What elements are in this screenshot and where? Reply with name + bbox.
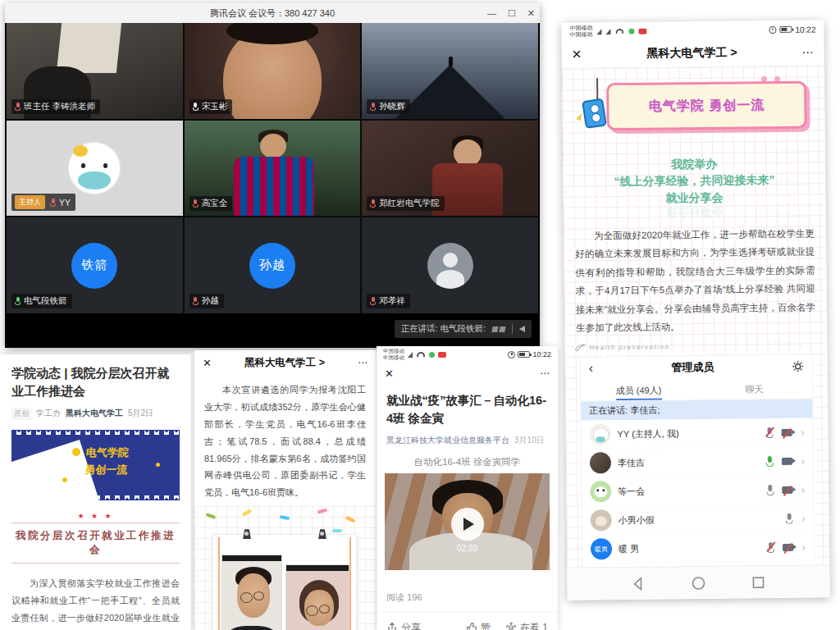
- mic-icon[interactable]: [786, 514, 793, 524]
- account-link[interactable]: 黑科大电气学工: [66, 408, 123, 419]
- video-grid: 班主任 李铸洪老师 宋玉彬 孙晓辉 主持人: [7, 23, 538, 313]
- back-nav-icon[interactable]: [631, 576, 646, 591]
- participant-name: 孙越: [202, 295, 219, 307]
- article-paragraph: 为深入贯彻落实学校就业工作推进会议精神和就业工作“一把手工程”、全员就业责任制，…: [11, 575, 180, 630]
- chevron-right-icon[interactable]: ›: [801, 541, 806, 553]
- mic-icon[interactable]: [767, 485, 774, 495]
- gear-icon[interactable]: [792, 361, 804, 372]
- participant-name: 孙晓辉: [379, 101, 405, 112]
- article-card-left: 学院动态 | 我院分层次召开就业工作推进会 原创 学工办 黑科大电气学工 5月2…: [0, 354, 191, 630]
- avatar: 暖男: [591, 539, 612, 560]
- signal-icon: [605, 29, 610, 34]
- camera-icon[interactable]: [782, 458, 792, 465]
- mic-muted-icon: [193, 297, 199, 305]
- member-row[interactable]: YY (主持人, 我) ›: [581, 418, 812, 450]
- member-row[interactable]: 等一会 ›: [582, 476, 813, 507]
- alarm-icon: [508, 351, 515, 358]
- phone-screenshot-article: 中国移动 中国移动 10:22 ✕ 黑科大电气学工 > ⋯ 电气学院 勇创一流: [561, 20, 829, 600]
- member-row[interactable]: 小男小假 ›: [582, 504, 814, 536]
- mic-muted-icon[interactable]: [767, 542, 774, 553]
- maximize-button[interactable]: ☐: [508, 8, 516, 19]
- mic-muted-icon[interactable]: [766, 427, 774, 438]
- more-icon[interactable]: ⋯: [540, 368, 550, 379]
- meeting-titlebar[interactable]: 腾讯会议 会议号：380 427 340: [5, 3, 540, 23]
- photo-frame: [212, 534, 357, 630]
- member-row[interactable]: 暖男 暖 男 ›: [582, 533, 814, 564]
- recents-nav-icon[interactable]: [751, 575, 766, 590]
- member-row[interactable]: 李佳吉 ›: [582, 447, 813, 478]
- more-icon[interactable]: ⋯: [358, 357, 368, 368]
- confetti: [345, 516, 356, 523]
- selfie-photo-female: [285, 564, 349, 630]
- close-icon[interactable]: ✕: [572, 47, 582, 62]
- wow-icon[interactable]: [505, 622, 517, 630]
- caption-text: Health preservation: [589, 343, 669, 351]
- video-tile[interactable]: 郑红岩电气学院: [362, 121, 538, 217]
- participant-label: 孙晓辉: [367, 99, 410, 114]
- participant-name: 邓孝祥: [379, 295, 405, 307]
- participant-label: 孙越: [189, 294, 224, 308]
- minimize-button[interactable]: —: [487, 8, 496, 18]
- carrier-labels: 中国移动 中国移动: [383, 348, 404, 361]
- banner-text: 电气学院 勇创一流: [649, 97, 765, 115]
- mic-active-icon[interactable]: [766, 456, 774, 467]
- confetti: [317, 509, 328, 514]
- collapse-arrow-icon[interactable]: [519, 326, 525, 332]
- screenshot-statusbar: [222, 555, 281, 561]
- close-icon[interactable]: ✕: [203, 357, 212, 369]
- vpn-icon: [628, 28, 634, 34]
- chevron-right-icon[interactable]: ›: [801, 455, 805, 467]
- home-nav-icon[interactable]: [691, 575, 705, 590]
- share-icon[interactable]: [386, 622, 398, 630]
- close-button[interactable]: ✕: [527, 8, 535, 19]
- wow-label[interactable]: 在看 1: [520, 621, 548, 630]
- close-icon[interactable]: ✕: [385, 368, 394, 380]
- chevron-right-icon[interactable]: ›: [801, 484, 806, 495]
- like-label[interactable]: 赞: [481, 621, 491, 630]
- divider: [11, 563, 180, 564]
- chevron-right-icon[interactable]: ›: [801, 427, 805, 438]
- video-tile[interactable]: 高宝全: [185, 121, 361, 217]
- like-icon[interactable]: [466, 622, 477, 630]
- account-link[interactable]: 黑龙江科技大学就业信息服务平台: [386, 435, 509, 446]
- share-label[interactable]: 分享: [401, 621, 421, 630]
- carrier-2: 中国移动: [383, 354, 404, 361]
- camera-off-icon[interactable]: [783, 544, 793, 551]
- article-footer: 分享 赞 在看 1: [377, 612, 558, 630]
- video-tile[interactable]: 铁箭 电气段铁箭: [7, 217, 183, 313]
- tab-members[interactable]: 成员 (49人): [581, 379, 696, 400]
- more-icon[interactable]: ⋯: [802, 45, 815, 58]
- member-name: 等一会: [618, 484, 760, 498]
- video-tile[interactable]: 孙越 孙越: [185, 217, 361, 313]
- video-player[interactable]: 02:20: [385, 473, 550, 570]
- member-name: 李佳吉: [618, 455, 760, 469]
- participant-label: 主持人 YY: [11, 194, 75, 211]
- video-tile[interactable]: 主持人 YY: [7, 121, 183, 217]
- video-tile[interactable]: 孙晓辉: [362, 23, 538, 119]
- video-tile[interactable]: 邓孝祥: [362, 217, 538, 313]
- play-button[interactable]: [451, 508, 484, 541]
- account-title[interactable]: 黑科大电气学工 >: [212, 356, 358, 370]
- layout-switch-icon[interactable]: [492, 326, 505, 332]
- video-tile[interactable]: 宋玉彬: [185, 23, 361, 119]
- account-title[interactable]: 黑科大电气学工 >: [582, 44, 802, 62]
- chevron-right-icon[interactable]: ›: [801, 513, 806, 524]
- article-headline: 我院举办 “线上分享经验，共同迎接未来” 就业分享会: [571, 154, 818, 207]
- antenna-decoration: [596, 78, 598, 101]
- article-nav-bar: ✕ 黑科大电气学工 > ⋯: [562, 38, 824, 68]
- tab-chat[interactable]: 聊天: [696, 378, 812, 399]
- participant-label: 宋玉彬: [189, 99, 233, 114]
- mic-active-icon: [15, 297, 21, 305]
- confetti: [332, 529, 342, 532]
- article-byline: 原创 学工办 黑科大电气学工 5月2日: [11, 408, 180, 420]
- mic-muted-icon: [370, 103, 376, 111]
- video-tile[interactable]: 班主任 李铸洪老师: [7, 23, 183, 119]
- host-badge: 主持人: [15, 195, 45, 209]
- read-count: 阅读 196: [377, 570, 558, 604]
- author: 学工办: [36, 408, 61, 419]
- section-caption: Health preservation: [574, 341, 817, 352]
- camera-off-icon[interactable]: [782, 429, 792, 436]
- video-caption: 自动化16-4班 徐金寅同学: [377, 456, 558, 468]
- camera-off-icon[interactable]: [783, 486, 793, 494]
- photo-collage: [194, 506, 376, 630]
